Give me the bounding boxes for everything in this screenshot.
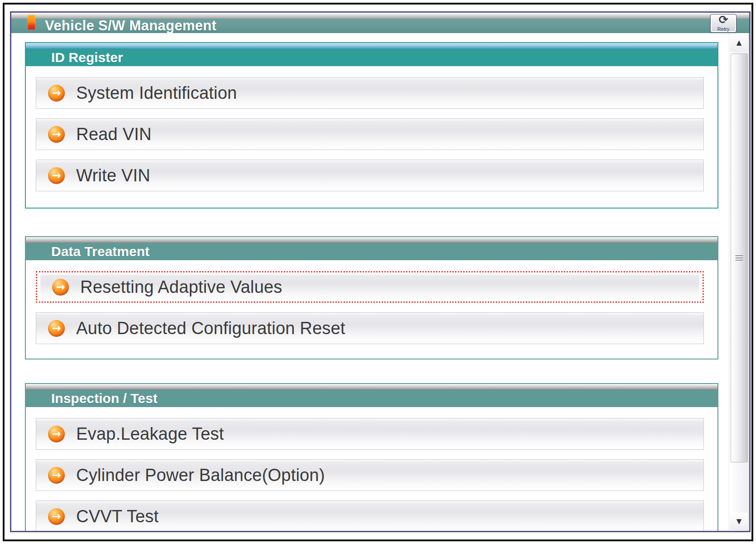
menu-item-label: Evap.Leakage Test xyxy=(76,424,224,444)
section-title: ID Register xyxy=(51,50,123,65)
section-data-treatment: Data Treatment → Resetting Adaptive Valu… xyxy=(25,236,718,359)
section-header-strip xyxy=(26,237,717,243)
arrow-bullet-icon: → xyxy=(48,126,65,143)
arrow-bullet-icon: → xyxy=(48,426,65,442)
menu-item-label: Auto Detected Configuration Reset xyxy=(76,319,345,338)
menu-item-auto-detected-configuration-reset[interactable]: → Auto Detected Configuration Reset xyxy=(36,312,704,344)
titlebar: Vehicle S/W Management ⟳ Retry xyxy=(11,13,749,33)
content-area: ID Register → System Identification → Re… xyxy=(11,33,749,531)
section-title: Inspection / Test xyxy=(51,391,157,406)
section-body: → System Identification → Read VIN → Wri… xyxy=(26,66,717,208)
menu-item-system-identification[interactable]: → System Identification xyxy=(36,77,704,109)
menu-item-cvvt-test[interactable]: → CVVT Test xyxy=(36,500,704,531)
section-header: Inspection / Test xyxy=(26,390,717,407)
section-id-register: ID Register → System Identification → Re… xyxy=(25,42,718,209)
scroll-up-button[interactable]: ▲ xyxy=(730,33,748,52)
menu-item-resetting-adaptive-values[interactable]: → Resetting Adaptive Values xyxy=(36,271,704,303)
menu-item-label: Read VIN xyxy=(76,125,151,144)
section-header: Data Treatment xyxy=(26,243,717,260)
section-inspection-test: Inspection / Test → Evap.Leakage Test → … xyxy=(25,383,718,531)
section-body: → Evap.Leakage Test → Cylinder Power Bal… xyxy=(26,407,717,531)
scrollbar-thumb[interactable] xyxy=(731,53,748,462)
section-title: Data Treatment xyxy=(51,244,150,259)
section-header-strip xyxy=(26,43,717,49)
sections-list: ID Register → System Identification → Re… xyxy=(25,42,718,531)
menu-item-cylinder-power-balance[interactable]: → Cylinder Power Balance(Option) xyxy=(36,459,704,491)
section-body: → Resetting Adaptive Values → Auto Detec… xyxy=(26,260,717,359)
window-title: Vehicle S/W Management xyxy=(45,18,217,34)
menu-item-label: Write VIN xyxy=(76,166,150,185)
arrow-bullet-icon: → xyxy=(48,85,65,102)
scroll-up-icon: ▲ xyxy=(737,39,742,47)
app-window: Vehicle S/W Management ⟳ Retry ID Regist… xyxy=(10,11,751,532)
menu-item-label: System Identification xyxy=(76,83,237,103)
menu-item-evap-leakage-test[interactable]: → Evap.Leakage Test xyxy=(36,418,704,450)
titlebar-main: Vehicle S/W Management ⟳ Retry xyxy=(11,19,749,34)
arrow-bullet-icon: → xyxy=(48,467,65,484)
menu-item-write-vin[interactable]: → Write VIN xyxy=(36,160,704,191)
retry-button-label: Retry xyxy=(717,26,729,32)
retry-icon: ⟳ xyxy=(719,13,728,26)
outer-frame: Vehicle S/W Management ⟳ Retry ID Regist… xyxy=(3,3,753,541)
arrow-bullet-icon: → xyxy=(52,279,69,296)
section-header-strip xyxy=(26,384,717,390)
scroll-down-icon: ▼ xyxy=(737,517,742,525)
section-header: ID Register xyxy=(26,49,717,66)
screen: Vehicle S/W Management ⟳ Retry ID Regist… xyxy=(0,0,756,544)
arrow-bullet-icon: → xyxy=(48,508,65,525)
menu-item-label: CVVT Test xyxy=(76,507,159,526)
app-icon xyxy=(28,15,35,30)
menu-item-label: Resetting Adaptive Values xyxy=(80,277,282,297)
scrollbar-grip-icon xyxy=(736,254,743,262)
vertical-scrollbar[interactable]: ▲ ▼ xyxy=(729,33,749,531)
menu-item-read-vin[interactable]: → Read VIN xyxy=(36,118,704,150)
arrow-bullet-icon: → xyxy=(48,167,65,184)
scroll-down-button[interactable]: ▼ xyxy=(730,513,748,530)
menu-item-label: Cylinder Power Balance(Option) xyxy=(76,466,325,485)
arrow-bullet-icon: → xyxy=(48,320,65,337)
retry-button[interactable]: ⟳ Retry xyxy=(710,14,737,33)
